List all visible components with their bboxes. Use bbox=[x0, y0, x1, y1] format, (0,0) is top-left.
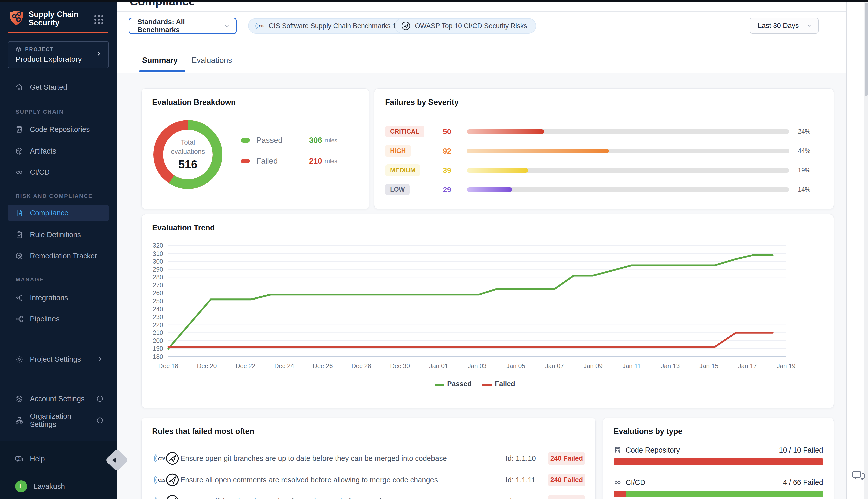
infinity-icon bbox=[15, 168, 23, 177]
x-tick-label: Jan 03 bbox=[468, 362, 486, 369]
y-tick-label: 220 bbox=[153, 321, 163, 328]
sidebar-item-rule-definitions[interactable]: Rule Definitions bbox=[8, 227, 109, 243]
severity-percent: 14% bbox=[798, 186, 823, 193]
y-tick-label: 200 bbox=[153, 337, 163, 344]
legend-row: Failed210rules bbox=[241, 157, 337, 166]
legend-unit: rules bbox=[325, 137, 337, 144]
card-title: Failures by Severity bbox=[385, 98, 459, 107]
severity-badge: LOW bbox=[385, 184, 410, 195]
sidebar-item-organization-settings[interactable]: Organization Settings bbox=[8, 412, 109, 429]
sidebar-item-project-settings[interactable]: Project Settings bbox=[8, 351, 109, 367]
legend-value: 210 bbox=[309, 157, 322, 166]
standards-dropdown[interactable]: Standards: All Benchmarks bbox=[128, 17, 237, 34]
project-name: Product Exploratory bbox=[15, 55, 82, 63]
severity-percent: 24% bbox=[798, 128, 823, 135]
legend-label: Passed bbox=[257, 136, 309, 145]
project-label: PROJECT bbox=[25, 47, 54, 52]
chat-help-icon[interactable] bbox=[852, 468, 867, 483]
sidebar-section-manage: MANAGE bbox=[15, 276, 44, 283]
donut-legend: Passed306rulesFailed210rules bbox=[241, 136, 337, 166]
rule-standard-icons: CIS bbox=[152, 451, 180, 465]
y-tick-label: 190 bbox=[153, 345, 163, 352]
severity-count: 92 bbox=[443, 147, 467, 155]
project-selector[interactable]: PROJECT Product Exploratory bbox=[8, 41, 109, 68]
x-tick-label: Jan 01 bbox=[429, 362, 448, 369]
x-tick-label: Jan 15 bbox=[699, 362, 718, 369]
sidebar-item-artifacts[interactable]: Artifacts bbox=[8, 143, 109, 159]
type-bar-failed bbox=[613, 458, 823, 465]
chevron-down-icon bbox=[806, 22, 813, 29]
sidebar-item-compliance[interactable]: Compliance bbox=[8, 205, 109, 221]
date-range-dropdown[interactable]: Last 30 Days bbox=[750, 17, 819, 34]
header-divider bbox=[117, 11, 846, 12]
y-tick-label: 260 bbox=[153, 290, 163, 296]
integrations-icon bbox=[15, 294, 23, 302]
module-grid-icon[interactable] bbox=[94, 14, 104, 25]
severity-badge: HIGH bbox=[385, 145, 411, 157]
legend-swatch bbox=[482, 384, 492, 386]
svg-text:CIS: CIS bbox=[158, 456, 165, 461]
right-gutter bbox=[846, 0, 868, 499]
severity-bar-chart: CRITICAL5024%HIGH9244%MEDIUM3919%LOW2914… bbox=[385, 122, 823, 199]
cis-icon: CIS bbox=[152, 495, 166, 499]
tab-summary[interactable]: Summary bbox=[142, 56, 177, 65]
layers-icon bbox=[15, 395, 23, 403]
rule-row[interactable]: CISEnsure all open comments are resolved… bbox=[152, 469, 585, 491]
severity-row: LOW2914% bbox=[385, 180, 823, 199]
scrollbar-track[interactable] bbox=[865, 0, 868, 499]
evaluation-breakdown-card: Evaluation Breakdown Total evaluations 5… bbox=[141, 88, 369, 209]
severity-percent: 44% bbox=[798, 147, 823, 155]
collapse-arrow-icon bbox=[112, 457, 116, 463]
x-tick-label: Jan 09 bbox=[584, 362, 603, 369]
sidebar-item-code-repositories[interactable]: Code Repositories bbox=[8, 121, 109, 138]
legend-label: Passed bbox=[447, 380, 472, 388]
svg-text:CIS: CIS bbox=[259, 24, 264, 28]
sidebar-section-risk: RISK AND COMPLIANCE bbox=[15, 193, 93, 199]
standard-chip-owasp[interactable]: OWASP Top 10 CI/CD Security Risks bbox=[395, 18, 536, 34]
x-tick-label: Jan 13 bbox=[661, 362, 680, 369]
y-tick-label: 290 bbox=[153, 266, 163, 273]
scrollbar-thumb[interactable] bbox=[865, 2, 868, 96]
sidebar-item-get-started[interactable]: Get Started bbox=[8, 79, 109, 96]
pipelines-icon bbox=[15, 315, 23, 323]
chevron-right-icon bbox=[97, 355, 103, 363]
severity-row: CRITICAL5024% bbox=[385, 122, 823, 141]
type-bar bbox=[613, 491, 823, 497]
sidebar-item-pipelines[interactable]: Pipelines bbox=[8, 311, 109, 327]
x-tick-label: Dec 26 bbox=[313, 362, 333, 369]
severity-count: 39 bbox=[443, 166, 467, 175]
owasp-icon bbox=[401, 21, 411, 31]
sidebar-user[interactable]: L Lavakush bbox=[8, 478, 109, 495]
y-tick-label: 250 bbox=[153, 297, 163, 305]
sidebar-section-supply-chain: SUPPLY CHAIN bbox=[15, 109, 64, 115]
standard-chip-cis[interactable]: CIS CIS Software Supply Chain Benchmarks… bbox=[248, 18, 411, 34]
type-row: CI/CD4 / 66 Failed bbox=[613, 478, 823, 497]
clipboard-check-icon bbox=[15, 231, 23, 239]
rule-description: Ensure all open comments are resolved be… bbox=[180, 476, 506, 484]
type-label: CI/CD bbox=[625, 478, 645, 487]
sidebar-item-integrations[interactable]: Integrations bbox=[8, 290, 109, 306]
severity-badge: CRITICAL bbox=[385, 126, 424, 137]
severity-bar-fill bbox=[467, 149, 609, 153]
sidebar-item-account-settings[interactable]: Account Settings bbox=[8, 390, 109, 407]
code-repo-icon bbox=[613, 446, 622, 454]
failures-by-severity-card: Failures by Severity CRITICAL5024%HIGH92… bbox=[374, 88, 834, 209]
x-tick-label: Jan 19 bbox=[777, 362, 795, 369]
rule-row[interactable]: CISEnsure verifying signed commits of ne… bbox=[152, 491, 585, 499]
total-evaluations-value: 516 bbox=[178, 158, 198, 171]
rule-failed-badge: 240 Failed bbox=[548, 495, 585, 499]
sidebar-item-help[interactable]: ? Help bbox=[8, 451, 109, 467]
x-tick-label: Jan 17 bbox=[738, 362, 757, 369]
legend-label: Failed bbox=[495, 380, 515, 388]
window-top-strip bbox=[0, 0, 868, 2]
owasp-icon bbox=[165, 473, 179, 487]
owasp-icon bbox=[165, 451, 179, 465]
rule-row[interactable]: CISEnsure open git branches are up to da… bbox=[152, 448, 585, 469]
org-chart-icon bbox=[15, 416, 23, 425]
cube-icon bbox=[15, 147, 23, 155]
card-title: Evalutions by type bbox=[613, 427, 682, 436]
sidebar-item-cicd[interactable]: CI/CD bbox=[8, 164, 109, 180]
tab-evaluations[interactable]: Evaluations bbox=[191, 56, 232, 65]
sidebar-item-remediation-tracker[interactable]: Remediation Tracker bbox=[8, 247, 109, 264]
severity-bar-fill bbox=[467, 130, 544, 134]
